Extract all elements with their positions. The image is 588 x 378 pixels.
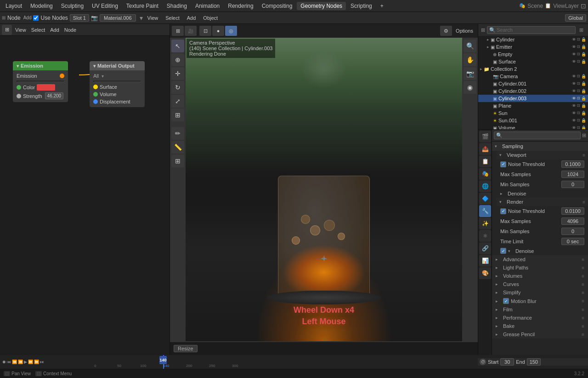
view-zoom-btn[interactable]: 🔍 xyxy=(464,40,476,52)
object-props-icon[interactable]: 🔷 xyxy=(479,193,491,205)
surface-eye-btn[interactable]: 👁 xyxy=(572,59,576,64)
volume-eye-btn[interactable]: 👁 xyxy=(572,126,576,129)
light-paths-section[interactable]: ▸ Light Paths ≡ xyxy=(492,263,588,272)
view-render-btn[interactable]: ◉ xyxy=(464,81,476,94)
view-btn[interactable]: View xyxy=(145,14,161,22)
tl-record-btn[interactable]: ⏺ xyxy=(2,360,6,364)
render-noise-threshold-value[interactable]: 0.0100 xyxy=(561,207,584,215)
use-nodes-checkbox[interactable] xyxy=(33,15,39,21)
tl-forward-btn[interactable]: ⏩ xyxy=(28,360,33,364)
surface-restrict-btn[interactable]: ⊡ xyxy=(577,59,580,64)
empty-hide-btn[interactable]: ⊡ xyxy=(577,52,580,57)
viewport-max-samples-value[interactable]: 1024 xyxy=(561,171,584,178)
move-tool-btn[interactable]: ✛ xyxy=(171,67,184,80)
annotate-tool-btn[interactable]: ✏ xyxy=(171,127,184,140)
outliner-item-cylinder[interactable]: ▸ ▣ Cylinder 👁 ⊡ 🔒 xyxy=(478,36,588,43)
motion-blur-section[interactable]: ▸ ✓ Motion Blur ≡ xyxy=(492,297,588,305)
view-hand-btn[interactable]: ✋ xyxy=(464,53,476,66)
render-time-limit-value[interactable]: 0 sec xyxy=(561,238,584,245)
emitter-hide-btn[interactable]: ⊡ xyxy=(577,45,580,49)
emission-node[interactable]: ▾ Emission Emission Color xyxy=(13,61,68,102)
output-props-icon[interactable]: 📤 xyxy=(479,143,491,155)
add-node-btn[interactable]: Add xyxy=(23,15,32,20)
editor-mode-icon[interactable]: ⊞ xyxy=(2,15,6,20)
render-subsection-header[interactable]: ▾ Render ≡ xyxy=(497,198,588,206)
color-input-socket[interactable] xyxy=(17,85,21,90)
emitter-lock-btn[interactable]: 🔒 xyxy=(581,45,586,49)
film-section[interactable]: ▸ Film ≡ xyxy=(492,305,588,314)
object-btn[interactable]: Object xyxy=(200,14,220,22)
add-btn[interactable]: Add xyxy=(184,14,199,22)
cyl001-hide-btn[interactable]: ⊡ xyxy=(577,81,580,86)
scene-props-icon[interactable]: 🎭 xyxy=(479,168,491,180)
measure-tool-btn[interactable]: 📏 xyxy=(171,141,184,154)
outliner-item-camera[interactable]: 📷 Camera 👁 ⊡ 🔒 xyxy=(478,73,588,80)
material-props-icon[interactable]: 🎨 xyxy=(479,267,491,279)
menu-scripting[interactable]: Scripting xyxy=(347,2,376,10)
node-editor-type-icon[interactable]: ⊞ xyxy=(2,25,12,35)
viewport-options-icon[interactable]: ⚙ xyxy=(440,26,452,36)
node-header-add-btn[interactable]: Add xyxy=(48,26,61,34)
surface-input-socket[interactable] xyxy=(93,85,98,89)
cyl003-eye-btn[interactable]: 👁 xyxy=(572,96,576,101)
nodes-canvas[interactable]: ▾ Emission Emission Color xyxy=(0,36,170,355)
slot-selector[interactable]: Slot 1 xyxy=(70,14,89,22)
modifier-props-icon[interactable]: 🔧 xyxy=(479,205,491,217)
viewport-solid-btn[interactable]: ● xyxy=(212,26,224,36)
render-max-samples-value[interactable]: 4096 xyxy=(561,218,584,225)
sun001-eye-btn[interactable]: 👁 xyxy=(572,118,576,123)
props-search-input[interactable]: 🔍 xyxy=(494,132,581,139)
rotate-tool-btn[interactable]: ↻ xyxy=(171,81,184,94)
color-picker[interactable] xyxy=(37,84,55,91)
camera-eye-btn[interactable]: 👁 xyxy=(572,74,576,79)
collection2-expand-icon[interactable]: ▸ xyxy=(480,67,482,71)
displacement-input-socket[interactable] xyxy=(93,99,98,104)
performance-section[interactable]: ▸ Performance ≡ xyxy=(492,314,588,322)
sun-lock-btn[interactable]: 🔒 xyxy=(581,111,586,115)
current-frame-box[interactable]: 140 xyxy=(159,356,167,364)
cyl002-hide-btn[interactable]: ⊡ xyxy=(577,89,580,93)
sun001-hide-btn[interactable]: ⊡ xyxy=(577,118,580,123)
transform-tool-btn[interactable]: ⊞ xyxy=(171,109,184,121)
view-camera-btn[interactable]: 📷 xyxy=(464,67,476,80)
tl-start-value[interactable]: 30 xyxy=(500,358,514,366)
surface-lock-btn[interactable]: 🔒 xyxy=(581,59,586,64)
world-props-icon[interactable]: 🌐 xyxy=(479,180,491,192)
cyl001-lock-btn[interactable]: 🔒 xyxy=(581,81,586,86)
viewport-subsection-header[interactable]: ▾ Viewport ≡ xyxy=(497,151,588,159)
menu-shading[interactable]: Shading xyxy=(163,2,191,10)
motion-blur-checkbox[interactable]: ✓ xyxy=(503,298,509,304)
fullscreen-btn[interactable]: ⊡ xyxy=(581,2,586,10)
cylinder-eye-btn[interactable]: 👁 xyxy=(572,37,576,42)
tl-timing-icon[interactable]: ⏱ xyxy=(480,359,486,365)
menu-sculpting[interactable]: Sculpting xyxy=(57,2,87,10)
simplify-menu-icon[interactable]: ≡ xyxy=(582,290,584,295)
viewport-noise-threshold-checkbox[interactable]: ✓ xyxy=(500,161,506,167)
render-menu-icon[interactable]: ≡ xyxy=(582,200,585,205)
outliner-item-sun001[interactable]: ☀ Sun.001 👁 ⊡ 🔒 xyxy=(478,117,588,124)
menu-rendering[interactable]: Rendering xyxy=(224,2,257,10)
menu-compositing[interactable]: Compositing xyxy=(258,2,296,10)
outliner-search[interactable]: 🔍 Search xyxy=(487,26,576,34)
advanced-menu-icon[interactable]: ≡ xyxy=(582,257,584,262)
tl-play-btn[interactable]: ▶ xyxy=(24,360,27,364)
volume-lock-btn[interactable]: 🔒 xyxy=(581,126,586,129)
performance-menu-icon[interactable]: ≡ xyxy=(582,315,584,321)
bake-section[interactable]: ▸ Bake ≡ xyxy=(492,322,588,330)
curves-menu-icon[interactable]: ≡ xyxy=(582,282,584,287)
scene-selector[interactable]: 🎭 Scene xyxy=(519,3,543,9)
render-noise-threshold-checkbox[interactable]: ✓ xyxy=(500,208,506,214)
viewport-rendered-btn[interactable]: ◎ xyxy=(225,26,237,36)
viewport-inner[interactable] xyxy=(186,38,462,341)
scale-tool-btn[interactable]: ⤢ xyxy=(171,95,184,108)
simplify-section[interactable]: ▸ Simplify ≡ xyxy=(492,288,588,297)
select-tool-btn[interactable]: ↖ xyxy=(171,40,184,52)
viewport-type-icon[interactable]: ⊞ xyxy=(172,26,184,36)
constraints-props-icon[interactable]: 🔗 xyxy=(479,242,491,254)
select-btn[interactable]: Select xyxy=(163,14,182,22)
cylinder-expand-icon[interactable]: ▸ xyxy=(487,37,489,42)
cyl002-eye-btn[interactable]: 👁 xyxy=(572,89,576,93)
emission-collapse-icon[interactable]: ▾ xyxy=(17,63,19,69)
mode-dropdown[interactable]: ▾ xyxy=(140,14,143,22)
curves-section[interactable]: ▸ Curves ≡ xyxy=(492,280,588,288)
